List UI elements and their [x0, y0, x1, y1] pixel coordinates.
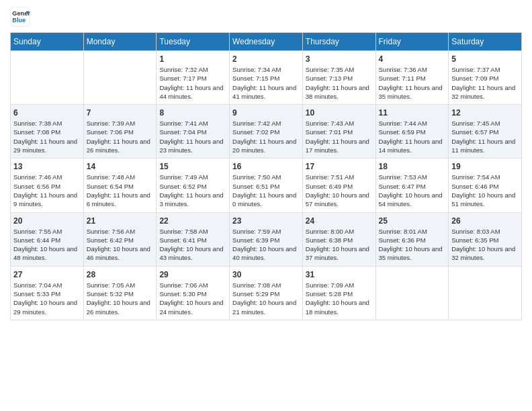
- day-cell: 15Sunrise: 7:49 AMSunset: 6:52 PMDayligh…: [157, 158, 230, 212]
- day-info: Sunrise: 7:56 AMSunset: 6:42 PMDaylight:…: [87, 227, 154, 263]
- day-number: 12: [451, 108, 519, 118]
- day-info: Sunrise: 8:01 AMSunset: 6:36 PMDaylight:…: [379, 227, 446, 263]
- day-number: 7: [87, 108, 154, 118]
- day-number: 13: [13, 162, 81, 171]
- week-row-4: 20Sunrise: 7:55 AMSunset: 6:44 PMDayligh…: [11, 212, 522, 266]
- day-number: 23: [232, 216, 300, 226]
- day-number: 31: [306, 270, 373, 279]
- day-info: Sunrise: 7:46 AMSunset: 6:56 PMDaylight:…: [13, 173, 81, 208]
- day-number: 4: [379, 54, 446, 64]
- day-cell: 11Sunrise: 7:44 AMSunset: 6:59 PMDayligh…: [375, 105, 449, 158]
- day-number: 8: [159, 108, 226, 118]
- day-cell: [449, 266, 522, 320]
- day-info: Sunrise: 7:44 AMSunset: 6:59 PMDaylight:…: [379, 119, 446, 154]
- day-cell: 27Sunrise: 7:04 AMSunset: 5:33 PMDayligh…: [11, 266, 84, 320]
- weekday-header-saturday: Saturday: [449, 33, 522, 51]
- weekday-header-monday: Monday: [83, 33, 157, 51]
- day-number: 2: [232, 54, 300, 64]
- day-cell: 23Sunrise: 7:59 AMSunset: 6:39 PMDayligh…: [230, 212, 303, 266]
- day-cell: 19Sunrise: 7:54 AMSunset: 6:46 PMDayligh…: [449, 158, 522, 212]
- svg-text:Blue: Blue: [12, 17, 26, 24]
- day-info: Sunrise: 7:08 AMSunset: 5:29 PMDaylight:…: [232, 281, 300, 316]
- day-number: 10: [306, 108, 373, 118]
- day-info: Sunrise: 7:43 AMSunset: 7:01 PMDaylight:…: [306, 119, 373, 154]
- day-number: 18: [379, 162, 446, 171]
- day-number: 14: [87, 162, 154, 171]
- day-cell: 17Sunrise: 7:51 AMSunset: 6:49 PMDayligh…: [302, 158, 375, 212]
- day-cell: [83, 51, 157, 105]
- day-number: 22: [159, 216, 226, 226]
- day-info: Sunrise: 7:42 AMSunset: 7:02 PMDaylight:…: [232, 119, 300, 154]
- day-number: 19: [451, 162, 519, 171]
- day-cell: 9Sunrise: 7:42 AMSunset: 7:02 PMDaylight…: [230, 105, 303, 158]
- day-cell: 13Sunrise: 7:46 AMSunset: 6:56 PMDayligh…: [11, 158, 84, 212]
- day-info: Sunrise: 7:36 AMSunset: 7:11 PMDaylight:…: [379, 65, 446, 101]
- week-row-1: 1Sunrise: 7:32 AMSunset: 7:17 PMDaylight…: [11, 51, 522, 105]
- day-cell: 6Sunrise: 7:38 AMSunset: 7:08 PMDaylight…: [11, 105, 84, 158]
- day-number: 11: [379, 108, 446, 118]
- day-number: 16: [232, 162, 300, 171]
- day-info: Sunrise: 7:48 AMSunset: 6:54 PMDaylight:…: [87, 173, 154, 208]
- day-info: Sunrise: 7:34 AMSunset: 7:15 PMDaylight:…: [232, 65, 300, 101]
- day-number: 9: [232, 108, 300, 118]
- day-info: Sunrise: 7:37 AMSunset: 7:09 PMDaylight:…: [451, 65, 519, 101]
- day-number: 6: [13, 108, 81, 118]
- weekday-header-sunday: Sunday: [11, 33, 84, 51]
- day-cell: 25Sunrise: 8:01 AMSunset: 6:36 PMDayligh…: [375, 212, 449, 266]
- day-cell: 22Sunrise: 7:58 AMSunset: 6:41 PMDayligh…: [157, 212, 230, 266]
- day-number: 21: [87, 216, 154, 226]
- day-cell: 3Sunrise: 7:35 AMSunset: 7:13 PMDaylight…: [302, 51, 375, 105]
- day-cell: 20Sunrise: 7:55 AMSunset: 6:44 PMDayligh…: [11, 212, 84, 266]
- day-info: Sunrise: 7:58 AMSunset: 6:41 PMDaylight:…: [159, 227, 226, 263]
- day-cell: 30Sunrise: 7:08 AMSunset: 5:29 PMDayligh…: [230, 266, 303, 320]
- week-row-2: 6Sunrise: 7:38 AMSunset: 7:08 PMDaylight…: [11, 105, 522, 158]
- week-row-5: 27Sunrise: 7:04 AMSunset: 5:33 PMDayligh…: [11, 266, 522, 320]
- day-cell: 1Sunrise: 7:32 AMSunset: 7:17 PMDaylight…: [157, 51, 230, 105]
- day-number: 25: [379, 216, 446, 226]
- day-cell: 7Sunrise: 7:39 AMSunset: 7:06 PMDaylight…: [83, 105, 157, 158]
- day-cell: 26Sunrise: 8:03 AMSunset: 6:35 PMDayligh…: [449, 212, 522, 266]
- day-info: Sunrise: 7:32 AMSunset: 7:17 PMDaylight:…: [159, 65, 226, 101]
- day-cell: 31Sunrise: 7:09 AMSunset: 5:28 PMDayligh…: [302, 266, 375, 320]
- day-number: 26: [451, 216, 519, 226]
- day-number: 27: [13, 270, 81, 279]
- day-number: 17: [306, 162, 373, 171]
- day-info: Sunrise: 7:35 AMSunset: 7:13 PMDaylight:…: [306, 65, 373, 101]
- day-info: Sunrise: 7:51 AMSunset: 6:49 PMDaylight:…: [306, 173, 373, 208]
- week-row-3: 13Sunrise: 7:46 AMSunset: 6:56 PMDayligh…: [11, 158, 522, 212]
- day-cell: [11, 51, 84, 105]
- weekday-header-friday: Friday: [375, 33, 449, 51]
- day-cell: [375, 266, 449, 320]
- day-number: 3: [306, 54, 373, 64]
- day-info: Sunrise: 7:09 AMSunset: 5:28 PMDaylight:…: [306, 281, 373, 316]
- weekday-header-row: SundayMondayTuesdayWednesdayThursdayFrid…: [11, 33, 522, 51]
- day-cell: 10Sunrise: 7:43 AMSunset: 7:01 PMDayligh…: [302, 105, 375, 158]
- day-cell: 18Sunrise: 7:53 AMSunset: 6:47 PMDayligh…: [375, 158, 449, 212]
- day-info: Sunrise: 7:39 AMSunset: 7:06 PMDaylight:…: [87, 119, 154, 154]
- day-number: 24: [306, 216, 373, 226]
- weekday-header-thursday: Thursday: [302, 33, 375, 51]
- day-cell: 5Sunrise: 7:37 AMSunset: 7:09 PMDaylight…: [449, 51, 522, 105]
- day-cell: 12Sunrise: 7:45 AMSunset: 6:57 PMDayligh…: [449, 105, 522, 158]
- day-cell: 24Sunrise: 8:00 AMSunset: 6:38 PMDayligh…: [302, 212, 375, 266]
- day-info: Sunrise: 7:45 AMSunset: 6:57 PMDaylight:…: [451, 119, 519, 154]
- logo: General Blue: [10, 7, 30, 27]
- day-number: 29: [159, 270, 226, 279]
- day-number: 1: [159, 54, 226, 64]
- day-cell: 2Sunrise: 7:34 AMSunset: 7:15 PMDaylight…: [230, 51, 303, 105]
- day-info: Sunrise: 7:38 AMSunset: 7:08 PMDaylight:…: [13, 119, 81, 154]
- day-cell: 8Sunrise: 7:41 AMSunset: 7:04 PMDaylight…: [157, 105, 230, 158]
- day-info: Sunrise: 7:59 AMSunset: 6:39 PMDaylight:…: [232, 227, 300, 263]
- day-cell: 4Sunrise: 7:36 AMSunset: 7:11 PMDaylight…: [375, 51, 449, 105]
- day-cell: 21Sunrise: 7:56 AMSunset: 6:42 PMDayligh…: [83, 212, 157, 266]
- day-number: 20: [13, 216, 81, 226]
- logo-icon: General Blue: [10, 7, 30, 27]
- day-number: 15: [159, 162, 226, 171]
- day-cell: 29Sunrise: 7:06 AMSunset: 5:30 PMDayligh…: [157, 266, 230, 320]
- day-cell: 16Sunrise: 7:50 AMSunset: 6:51 PMDayligh…: [230, 158, 303, 212]
- day-info: Sunrise: 7:49 AMSunset: 6:52 PMDaylight:…: [159, 173, 226, 208]
- weekday-header-tuesday: Tuesday: [157, 33, 230, 51]
- weekday-header-wednesday: Wednesday: [230, 33, 303, 51]
- day-info: Sunrise: 8:00 AMSunset: 6:38 PMDaylight:…: [306, 227, 373, 263]
- day-cell: 14Sunrise: 7:48 AMSunset: 6:54 PMDayligh…: [83, 158, 157, 212]
